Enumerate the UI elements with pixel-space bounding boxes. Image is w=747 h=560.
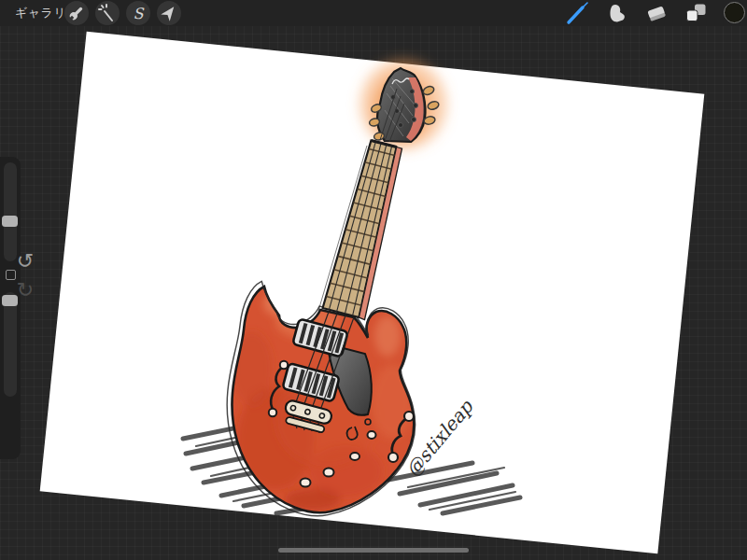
layers-button[interactable] [683,0,709,26]
brush-size-handle[interactable] [2,216,18,227]
actions-button[interactable] [64,1,89,25]
drawing-canvas[interactable] [40,32,705,554]
magic-wand-icon [97,3,118,23]
layers-icon [683,0,709,26]
paint-tool-button[interactable] [564,0,590,26]
opacity-slider[interactable] [4,292,17,397]
top-toolbar: ギャラリー S [0,0,747,26]
smudge-finger-icon [604,0,630,26]
procreate-workspace: { "top_bar": { "gallery_label": "ギャラリー",… [0,0,747,560]
brush-size-slider[interactable] [4,162,17,261]
eraser-icon [643,0,669,26]
svg-text:S: S [134,5,145,22]
brush-sidebar [0,157,21,459]
wrench-icon [66,3,87,23]
arrow-cursor-icon [159,3,179,23]
selection-button[interactable]: S [126,1,150,25]
brush-icon [564,0,590,26]
selection-s-icon: S [128,3,148,23]
home-indicator[interactable] [278,548,469,553]
transform-button[interactable] [157,1,181,25]
adjustments-button[interactable] [95,1,120,25]
redo-button[interactable]: ↻ [9,277,41,303]
erase-tool-button[interactable] [643,0,669,26]
smudge-tool-button[interactable] [604,0,630,26]
color-circle[interactable] [724,2,745,23]
undo-button[interactable]: ↺ [9,248,41,274]
